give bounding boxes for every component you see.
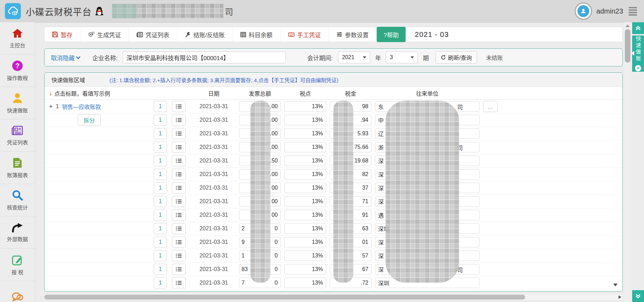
avatar[interactable] [575,2,592,20]
add-row-icon[interactable]: + [49,103,53,110]
detail-list-button[interactable] [172,101,186,112]
tax-rate-input[interactable]: 13% [284,210,326,220]
tax-rate-input[interactable]: 13% [284,183,326,193]
quantity-button[interactable]: 1 [154,250,167,261]
voucher-list-button[interactable]: 凭证列表 [129,27,177,42]
split-button[interactable]: 拆分 [78,114,101,126]
tax-rate-input[interactable]: 13% [284,169,326,180]
refresh-query-button[interactable]: 刷新/查询 [436,51,477,64]
scroll-up-icon[interactable] [626,24,630,27]
horizontal-scrollbar[interactable] [44,294,623,300]
tax-rate-input[interactable]: 13% [284,142,326,152]
column-hint[interactable]: ↓ 点击标题，看填写示例 [49,89,110,97]
report-document-icon [13,157,22,168]
detail-list-button[interactable] [172,264,186,275]
detail-list-button[interactable] [172,142,186,153]
scroll-right-icon[interactable] [619,295,621,299]
tax-rate-input[interactable]: 13% [284,264,326,275]
quantity-button[interactable]: 1 [154,114,167,126]
redacted-company-name [112,4,223,18]
parameter-settings-button[interactable]: 参数设置 [329,27,377,42]
quantity-button[interactable]: 1 [154,264,167,275]
more-options-button[interactable]: … [483,101,498,112]
quantity-button[interactable]: 1 [154,277,167,288]
quantity-button[interactable]: 1 [154,128,167,139]
quantity-button[interactable]: 1 [154,182,167,193]
close-icon[interactable]: ✕ [635,65,641,71]
tax-rate-input[interactable]: 13% [284,115,326,125]
quantity-button[interactable]: 1 [154,142,167,153]
detail-list-button[interactable] [172,237,186,248]
quantity-button[interactable]: 1 [154,237,167,248]
detail-list-button[interactable] [172,209,186,221]
vertical-scrollbar[interactable] [624,22,631,302]
tax-rate-input[interactable]: 13% [284,156,326,166]
sidebar-item-dashboard[interactable]: 主控台 [0,22,35,55]
tax-rate-input[interactable]: 13% [284,128,326,139]
detail-list-button[interactable] [172,223,186,234]
app-title: 小碟云财税平台 [26,5,92,18]
sidebar-item-quick-accounting[interactable]: 快速做账 [0,87,35,119]
tax-rate-input[interactable]: 13% [284,223,326,234]
menu-icon[interactable] [629,7,637,16]
double-chevron-up-icon [635,26,641,31]
refresh-icon [441,55,446,60]
quantity-button[interactable]: 1 [154,169,167,180]
collapse-up-button[interactable] [632,22,644,34]
date-cell: 2021-03-31 [190,198,237,205]
table-scroll-down-icon[interactable] [613,284,618,286]
list-icon [176,185,182,190]
detail-list-button[interactable] [172,155,186,166]
manual-voucher-button[interactable]: 手工凭证 [281,27,329,42]
sidebar-item-external-data[interactable]: 外部数据 [0,216,35,249]
quantity-button[interactable]: 1 [154,209,167,221]
save-draft-button[interactable]: 暂存 [45,27,80,42]
filter-bar: 取消隐藏 企业名称: 会计期间: 2021 年 3 期 刷新/查询 [44,48,623,66]
detail-list-button[interactable] [172,182,186,193]
tax-rate-input[interactable]: 13% [284,237,326,247]
quantity-button[interactable]: 1 [154,223,167,234]
header-right: admin23 [575,2,637,20]
sidebar-item-voucher-list[interactable]: 凭证列表 [0,119,35,152]
quantity-button[interactable]: 1 [154,155,167,166]
sidebar-item-service-chat[interactable] [0,281,35,302]
sidebar-item-tax-filing[interactable]: 报 税 [0,249,35,281]
sidebar-item-tutorial[interactable]: ? 操作教程 [0,55,35,87]
collapse-down-button[interactable] [632,290,644,302]
cloud-logo-icon [7,6,19,16]
cancel-hide-toggle[interactable]: 取消隐藏 [51,53,80,62]
horizontal-scrollbar-thumb[interactable] [44,295,525,300]
sidebar-item-audit-statistics[interactable]: 核查统计 [0,184,35,216]
vertical-scrollbar-thumb[interactable] [625,29,630,63]
entry-type-link[interactable]: 销售—应收账款 [62,102,101,111]
main-area: 暂存 生成凭证 凭证列表 [35,22,623,302]
redacted-tax-column [333,101,353,283]
detail-list-button[interactable] [172,169,186,180]
tax-rate-input[interactable]: 13% [284,251,326,261]
detail-list-button[interactable] [172,277,186,288]
account-balance-button[interactable]: 科目余额 [233,27,281,42]
tax-rate-input[interactable]: 13% [284,278,326,288]
quick-accounting-side-tab[interactable]: 快速做账 ✕ [632,35,644,72]
detail-list-button[interactable] [172,250,186,261]
table-header-row: ↓ 点击标题，看填写示例 日期 发票总额 税点 税金 往来单位 [45,87,622,100]
redacted-counterparty-column [385,101,459,283]
sidebar-item-ledger-reports[interactable]: 账簿报表 [0,152,35,184]
date-cell: 2021-03-31 [190,239,237,245]
company-name-tail: 司 [225,5,233,17]
generate-voucher-button[interactable]: 生成凭证 [80,27,129,42]
company-name-input[interactable] [123,51,286,63]
quantity-button[interactable]: 1 [154,196,167,207]
month-select[interactable]: 3 [386,51,418,63]
year-select[interactable]: 2021 [338,51,370,63]
quantity-button[interactable]: 1 [154,101,167,112]
tax-rate-input[interactable]: 13% [284,196,326,207]
list-icon [176,118,182,122]
tax-rate-input[interactable]: 13% [284,101,326,112]
detail-list-button[interactable] [172,128,186,139]
detail-list-button[interactable] [172,196,186,207]
detail-list-button[interactable] [172,114,186,126]
help-button[interactable]: ?帮助 [377,27,406,42]
closing-button[interactable]: 结账/反结账 [177,27,233,42]
column-header-invoice-total: 发票总额 [239,89,281,97]
